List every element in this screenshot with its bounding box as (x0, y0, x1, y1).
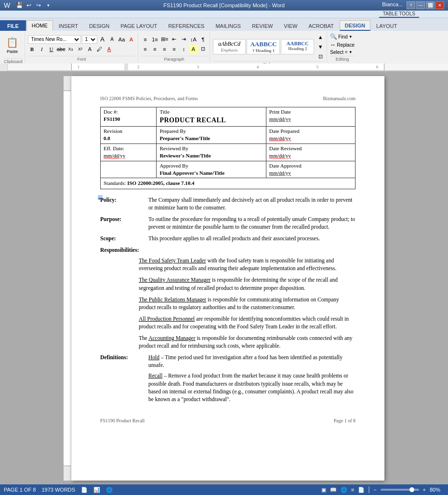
clear-format-btn[interactable]: A (127, 35, 136, 44)
styles-group: aAbBcCd Emphasis AABBCC † Heading 1 AABB… (211, 32, 328, 63)
ruler: 1 2 3 4 5 6 (0, 64, 448, 71)
language-label: 🌐 (106, 487, 113, 490)
user-label: Bianca... (382, 1, 403, 9)
scope-section: Scope: This procedure applies to all rec… (100, 234, 356, 242)
tab-mailings[interactable]: MAILINGS (210, 20, 246, 31)
replace-label[interactable]: Replace (337, 42, 355, 48)
styles-scroll-up[interactable]: ▲ (316, 33, 325, 41)
superscript-btn[interactable]: X² (76, 45, 85, 53)
line-spacing-btn[interactable]: ↕ (180, 45, 188, 53)
multilevel-btn[interactable]: ⊞≡ (160, 35, 169, 44)
footer-left: FS1190 Product Recall (100, 417, 145, 424)
bullets-btn[interactable]: ≡ (141, 35, 150, 44)
title-bar-left: W 💾 ↩ ↪ ▼ (4, 1, 54, 10)
tab-references[interactable]: REFERENCES (163, 20, 210, 31)
select-label[interactable]: Select = (330, 50, 347, 55)
increase-indent-btn[interactable]: ⇥ (180, 35, 188, 44)
page-header: ISO 22000 FSMS Policies, Procedures, and… (100, 95, 356, 102)
view-reading-icon[interactable]: 📖 (330, 487, 337, 490)
style-heading1[interactable]: AABBCC † Heading 1 (247, 39, 280, 54)
revision-value: 0.0 (104, 135, 153, 142)
sort-btn[interactable]: ↕A (189, 35, 198, 44)
view-outline-icon[interactable]: ≡ (351, 487, 354, 489)
doc-number-value: FS1190 (104, 116, 153, 123)
tab-table-layout[interactable]: LAYOUT (371, 20, 402, 31)
align-center-btn[interactable]: ≡ (151, 45, 159, 53)
scope-text: This procedure applies to all recalled p… (148, 234, 356, 242)
font-name-select[interactable]: Times New Ro... (28, 35, 81, 44)
doc-num-label: Doc #: (104, 108, 153, 116)
decrease-indent-btn[interactable]: ⇤ (170, 35, 179, 44)
styles-expand[interactable]: ⊡ (316, 52, 325, 61)
table-row-3: Eff. Date: mm/dd/yy Reviewed By Reviewer… (101, 143, 356, 161)
numbering-btn[interactable]: 1≡ (151, 35, 159, 44)
tab-review[interactable]: REVIEW (247, 20, 278, 31)
definitions-label: Definitions: (100, 353, 148, 406)
find-label[interactable]: Find (338, 34, 347, 39)
responsibilities-label: Responsibilities: (100, 246, 356, 254)
font-row1: Times New Ro... 12 A A Aa A (28, 35, 136, 44)
date-prepared-label: Date Prepared (269, 128, 352, 135)
minimize-btn[interactable]: — (416, 1, 425, 9)
maximize-btn[interactable]: ⬜ (426, 1, 435, 9)
tab-page-layout[interactable]: PAGE LAYOUT (115, 20, 162, 31)
find-dropdown[interactable]: ▼ (349, 35, 353, 39)
tab-file[interactable]: FILE (0, 20, 26, 31)
close-btn[interactable]: ✕ (435, 1, 444, 9)
justify-btn[interactable]: ≡ (170, 45, 179, 53)
date-reviewed-cell: Date Reviewed mm/dd/yy (266, 143, 355, 161)
accounting-manager-link: Accounting Manager (148, 335, 195, 341)
strikethrough-btn[interactable]: abc (57, 45, 66, 53)
styles-scroll-down[interactable]: ▼ (316, 42, 325, 51)
show-para-btn[interactable]: ¶ (199, 35, 208, 44)
italic-btn[interactable]: I (38, 45, 46, 53)
font-group: Times New Ro... 12 A A Aa A B I U abc X₂ (26, 32, 138, 63)
align-left-btn[interactable]: ≡ (141, 45, 150, 53)
responsibility-item-4: All Production Personnel are responsible… (139, 315, 356, 330)
save-btn[interactable]: 💾 (15, 1, 24, 10)
view-draft-icon[interactable]: 📄 (358, 487, 365, 490)
change-case-btn[interactable]: Aa (118, 35, 126, 44)
paste-button[interactable]: 📋 Paste (4, 33, 21, 58)
purpose-label: Purpose: (100, 215, 148, 231)
tab-design[interactable]: DESIGN (84, 20, 115, 31)
style-heading2[interactable]: AABBCC Heading 2 (281, 39, 314, 54)
align-right-btn[interactable]: ≡ (160, 45, 169, 53)
zoom-level[interactable]: 80% (430, 487, 444, 489)
help-btn[interactable]: ? (407, 1, 415, 9)
tab-insert[interactable]: INSERT (53, 20, 83, 31)
view-web-icon[interactable]: 🌐 (341, 487, 347, 490)
tab-view[interactable]: VIEW (278, 20, 303, 31)
grow-font-btn[interactable]: A (98, 35, 107, 44)
shading-btn[interactable]: A (189, 45, 198, 53)
subscript-btn[interactable]: X₂ (66, 45, 75, 53)
view-normal-icon[interactable]: ▣ (321, 487, 326, 490)
underline-btn[interactable]: U (47, 45, 56, 53)
clipboard-group: 📋 Paste Clipboard (2, 32, 25, 63)
zoom-slider[interactable] (381, 489, 419, 489)
style-emphasis[interactable]: aAbBcCd Emphasis (213, 39, 246, 54)
tab-acrobat[interactable]: ACROBAT (303, 20, 339, 31)
shrink-font-btn[interactable]: A (108, 35, 117, 44)
borders-btn[interactable]: ⊡ (199, 45, 208, 53)
select-dropdown[interactable]: ▼ (349, 50, 353, 54)
tab-home[interactable]: HOME (26, 20, 53, 31)
bold-btn[interactable]: B (28, 45, 37, 53)
definition-hold: Hold – Time period used for investigatio… (148, 353, 356, 369)
accounting-prefix: The (139, 335, 148, 341)
table-row-1: Doc #: FS1190 Title PRODUCT RECALL Print… (101, 107, 356, 127)
scope-label: Scope: (100, 234, 148, 242)
approved-by-cell: Approved By Final Approver's Name/Title (157, 161, 266, 178)
text-highlight-btn[interactable]: 🖊 (95, 45, 104, 53)
text-effects-btn[interactable]: A (86, 45, 94, 53)
zoom-in-btn[interactable]: + (423, 487, 426, 489)
customize-btn[interactable]: ▼ (44, 1, 53, 10)
date-prepared-value: mm/dd/yy (269, 135, 352, 142)
undo-btn[interactable]: ↩ (25, 1, 33, 10)
paste-icon: 📋 (6, 37, 18, 48)
font-size-select[interactable]: 12 (82, 35, 97, 44)
tab-table-design[interactable]: DESIGN (340, 20, 370, 31)
redo-btn[interactable]: ↪ (34, 1, 43, 10)
zoom-out-btn[interactable]: − (373, 487, 376, 489)
font-color-btn[interactable]: A (105, 45, 114, 53)
